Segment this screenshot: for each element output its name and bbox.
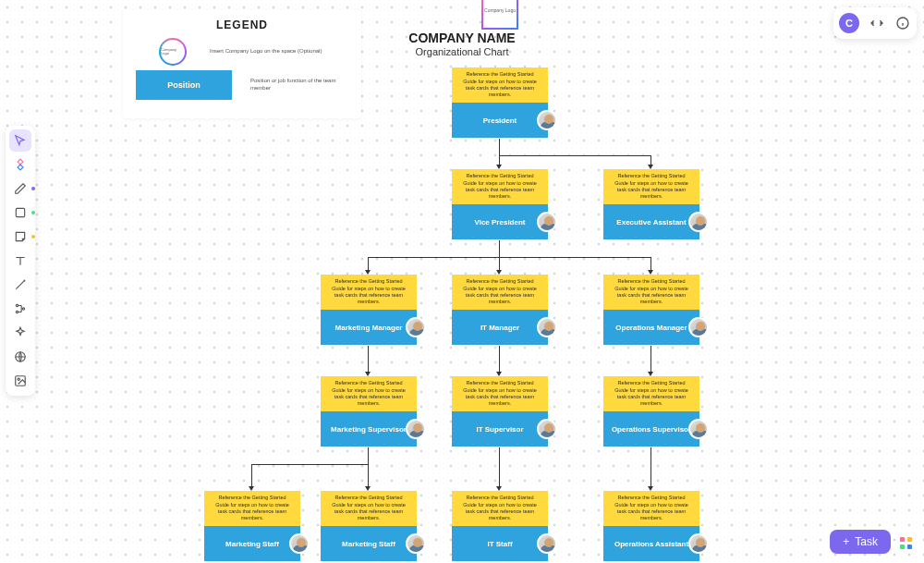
avatar-icon [537,212,557,232]
card-title: Operations Assistant [614,540,688,548]
connector-tool[interactable] [9,298,31,320]
svg-point-1 [16,304,18,306]
left-toolbar [6,126,35,396]
connector [499,240,500,257]
connector [499,139,500,155]
card-title: Executive Assistant [616,218,686,226]
card-operations-assistant[interactable]: Reference the Getting Started Guide for … [603,491,699,561]
shape-tool[interactable] [9,153,31,176]
legend-logo-desc: Insert Company Logo on the space (Option… [210,48,348,55]
canvas: Company Logo COMPANY NAME Organizational… [0,0,924,563]
card-it-supervisor[interactable]: Reference the Getting Started Guide for … [452,376,548,447]
card-title: IT Staff [487,540,512,548]
card-desc: Reference the Getting Started Guide for … [452,376,548,411]
card-title: Operations Supervisor [612,425,691,434]
card-desc: Reference the Getting Started Guide for … [204,491,300,526]
avatar-icon [406,419,426,439]
sticky-note-tool[interactable] [9,226,31,248]
web-tool[interactable] [9,346,31,368]
card-executive-assistant[interactable]: Reference the Getting Started Guide for … [603,169,699,239]
connector [499,346,500,373]
avatar-icon [688,419,709,439]
card-desc: Reference the Getting Started Guide for … [452,275,548,310]
avatar-icon [537,533,557,554]
user-avatar[interactable]: C [839,13,859,33]
text-tool[interactable] [9,250,31,272]
card-title: Marketing Staff [225,540,279,548]
fit-icon[interactable] [869,15,885,31]
plus-icon: + [843,535,849,548]
card-desc: Reference the Getting Started Guide for … [321,376,417,411]
card-president[interactable]: Reference the Getting Started Guide for … [452,67,548,138]
card-desc: Reference the Getting Started Guide for … [452,491,548,526]
top-right-controls: C [833,7,917,39]
card-desc: Reference the Getting Started Guide for … [452,67,548,103]
connector [368,447,369,464]
card-marketing-supervisor[interactable]: Reference the Getting Started Guide for … [321,376,417,447]
avatar-icon [688,533,709,554]
avatar-icon [537,110,557,130]
svg-point-2 [22,308,24,310]
legend-position-sample: Position [136,70,232,100]
svg-rect-0 [16,208,24,216]
task-label: Task [855,535,878,548]
card-title: President [483,116,517,125]
avatar-icon [289,533,310,554]
card-title: Operations Manager [615,324,687,332]
company-logo: Company Logo [481,0,518,30]
connector [499,155,651,156]
connector [251,464,252,488]
connector [251,464,369,465]
card-title: IT Manager [480,324,519,332]
task-button[interactable]: + Task [830,530,891,554]
connector [368,257,651,258]
avatar-icon [688,212,709,232]
card-desc: Reference the Getting Started Guide for … [603,275,699,310]
legend-panel[interactable]: LEGEND Company Logo Insert Company Logo … [123,9,361,118]
card-desc: Reference the Getting Started Guide for … [603,169,699,204]
legend-title: LEGEND [136,18,348,31]
avatar-icon [406,533,426,554]
line-tool[interactable] [9,274,31,296]
info-icon[interactable] [894,15,911,31]
card-marketing-staff-2[interactable]: Reference the Getting Started Guide for … [321,491,417,561]
apps-button[interactable] [896,533,917,554]
pen-tool[interactable] [9,177,31,200]
svg-point-3 [16,311,18,312]
card-desc: Reference the Getting Started Guide for … [321,275,417,310]
connector [499,447,500,488]
connector [650,447,651,488]
card-title: Marketing Staff [342,540,395,548]
card-desc: Reference the Getting Started Guide for … [603,491,699,526]
card-it-manager[interactable]: Reference the Getting Started Guide for … [452,275,548,345]
card-title: Marketing Manager [335,324,403,332]
card-title: Vice President [475,218,526,226]
card-vice-president[interactable]: Reference the Getting Started Guide for … [452,169,548,239]
legend-position-desc: Position or job function of the team mem… [250,78,348,92]
card-title: IT Supervisor [476,425,523,434]
card-desc: Reference the Getting Started Guide for … [603,376,699,411]
card-operations-manager[interactable]: Reference the Getting Started Guide for … [603,275,699,345]
card-desc: Reference the Getting Started Guide for … [321,491,417,526]
connector [650,346,651,373]
image-tool[interactable] [9,370,31,392]
card-it-staff[interactable]: Reference the Getting Started Guide for … [452,491,548,561]
connector [368,346,369,373]
svg-point-6 [18,378,19,380]
avatar-icon [537,317,557,337]
card-title: Marketing Supervisor [331,425,407,434]
cursor-tool[interactable] [9,129,31,152]
avatar-icon [537,419,557,439]
avatar-icon [688,317,709,337]
card-marketing-manager[interactable]: Reference the Getting Started Guide for … [321,275,417,345]
avatar-icon [406,317,426,337]
card-marketing-staff-1[interactable]: Reference the Getting Started Guide for … [204,491,300,561]
card-operations-supervisor[interactable]: Reference the Getting Started Guide for … [603,376,699,447]
legend-logo-icon: Company Logo [160,39,186,65]
rectangle-tool[interactable] [9,202,31,224]
ai-tool[interactable] [9,322,31,344]
connector [368,464,369,488]
card-desc: Reference the Getting Started Guide for … [452,169,548,204]
